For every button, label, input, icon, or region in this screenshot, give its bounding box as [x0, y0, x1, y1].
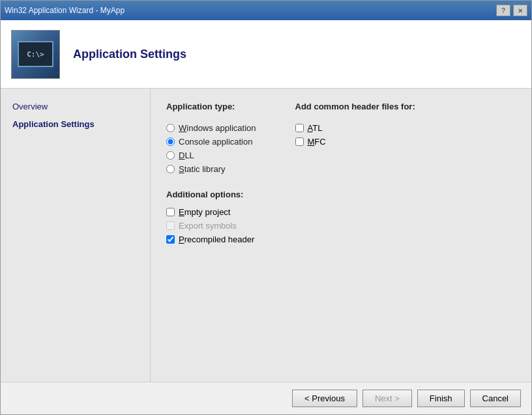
checkbox-mfc-input[interactable]	[295, 137, 304, 146]
footer: < Previous Next > Finish Cancel	[1, 382, 531, 414]
next-button[interactable]: Next >	[362, 390, 412, 407]
checkbox-mfc-label[interactable]: MFC	[308, 137, 326, 147]
help-button[interactable]: ?	[496, 5, 510, 16]
header-files-label: Add common header files for:	[295, 102, 415, 111]
title-bar-controls: ? ✕	[496, 5, 527, 16]
checkbox-precompiled-label[interactable]: Precompiled header	[179, 235, 254, 244]
wizard-window: Win32 Application Wizard - MyApp ? ✕ C:\…	[0, 0, 532, 415]
radio-dll[interactable]: DLL	[166, 150, 256, 160]
radio-console-label: Console application	[179, 137, 252, 147]
checkbox-atl: ATL	[295, 123, 415, 133]
radio-windows[interactable]: Windows application	[166, 123, 256, 133]
cancel-button[interactable]: Cancel	[470, 390, 521, 407]
checkbox-precompiled-input[interactable]	[166, 235, 175, 244]
checkbox-precompiled: Precompiled header	[166, 235, 516, 244]
additional-options-label: Additional options:	[166, 190, 516, 199]
radio-dll-label: DLL	[179, 150, 194, 160]
radio-console-input[interactable]	[166, 137, 175, 146]
close-button[interactable]: ✕	[513, 5, 527, 16]
banner-title: Application Settings	[73, 48, 186, 61]
content-area: C:\> Application Settings Overview Appli…	[1, 20, 531, 414]
finish-button[interactable]: Finish	[417, 390, 465, 407]
checkbox-empty-input[interactable]	[166, 208, 175, 216]
sidebar-item-application-settings[interactable]: Application Settings	[7, 117, 143, 132]
radio-static-label: Static library	[179, 164, 226, 174]
sidebar: Overview Application Settings	[1, 89, 151, 382]
title-bar: Win32 Application Wizard - MyApp ? ✕	[1, 1, 531, 20]
main-body: Overview Application Settings Applicatio…	[1, 89, 531, 382]
main-panel: Application type: Windows application Co…	[151, 89, 531, 382]
banner-image: C:\>	[11, 30, 60, 79]
previous-button[interactable]: < Previous	[292, 390, 357, 407]
checkbox-export-label: Export symbols	[179, 221, 237, 231]
radio-windows-input[interactable]	[166, 124, 175, 132]
header-files-col: Add common header files for: ATL MFC	[295, 102, 415, 174]
two-col-layout: Application type: Windows application Co…	[166, 102, 516, 174]
top-banner: C:\> Application Settings	[1, 20, 531, 89]
checkbox-atl-input[interactable]	[295, 124, 304, 132]
checkbox-empty: Empty project	[166, 207, 516, 217]
radio-static-input[interactable]	[166, 165, 175, 173]
sidebar-item-overview[interactable]: Overview	[7, 99, 143, 114]
checkbox-atl-label[interactable]: ATL	[308, 123, 323, 133]
app-type-label: Application type:	[166, 102, 256, 111]
checkbox-export-input[interactable]	[166, 222, 175, 230]
app-type-col: Application type: Windows application Co…	[166, 102, 256, 174]
header-files-checkbox-group: ATL MFC	[295, 123, 415, 147]
radio-console[interactable]: Console application	[166, 137, 256, 147]
radio-windows-label: Windows application	[179, 123, 256, 133]
banner-image-inner: C:\>	[18, 41, 53, 67]
checkbox-export: Export symbols	[166, 221, 516, 231]
checkbox-mfc: MFC	[295, 137, 415, 147]
app-type-radio-group: Windows application Console application …	[166, 123, 256, 174]
checkbox-empty-label[interactable]: Empty project	[179, 207, 230, 217]
radio-dll-input[interactable]	[166, 151, 175, 160]
title-bar-text: Win32 Application Wizard - MyApp	[5, 6, 125, 15]
radio-static[interactable]: Static library	[166, 164, 256, 174]
additional-options-section: Additional options: Empty project Export…	[166, 190, 516, 244]
additional-options-group: Empty project Export symbols Precompiled…	[166, 207, 516, 244]
banner-image-text: C:\>	[27, 50, 44, 59]
